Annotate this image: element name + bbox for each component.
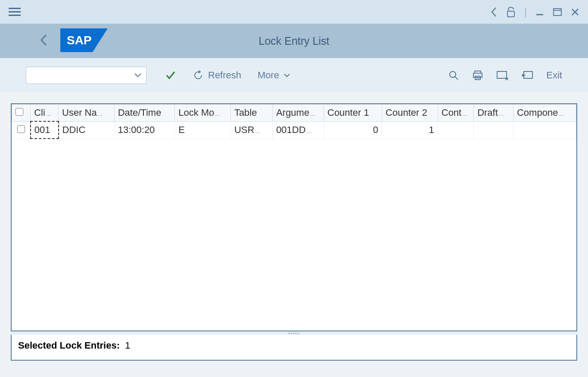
new-window-icon: ★ <box>496 70 508 80</box>
print-button[interactable] <box>472 70 483 81</box>
chevron-down-icon <box>283 73 290 77</box>
app-header: SAP Lock Entry List <box>0 24 588 58</box>
new-window-button[interactable]: ★ <box>496 70 508 80</box>
row-checkbox[interactable] <box>17 125 25 133</box>
column-client[interactable]: Cli... <box>31 105 59 122</box>
column-user-name[interactable]: User Na... <box>59 105 115 122</box>
column-lock-mode[interactable]: Lock Mo... <box>175 105 231 122</box>
row-select-cell[interactable] <box>12 121 31 139</box>
cell-table[interactable]: USR... <box>230 121 272 139</box>
cell-client[interactable]: 001 <box>31 121 59 139</box>
refresh-icon <box>193 70 204 81</box>
column-draft[interactable]: Draft... <box>474 105 513 122</box>
accept-button[interactable] <box>165 70 176 81</box>
cell-cont[interactable] <box>438 121 473 139</box>
column-argument[interactable]: Argume... <box>273 105 324 122</box>
lock-entries-grid: Cli... User Na... Date/Time Lock Mo... T… <box>11 103 577 331</box>
refresh-label: Refresh <box>208 70 241 81</box>
more-label: More <box>258 70 279 81</box>
content-area: Cli... User Na... Date/Time Lock Mo... T… <box>0 93 588 361</box>
nav-back-button[interactable] <box>39 33 48 49</box>
hamburger-menu-icon[interactable] <box>9 8 21 16</box>
status-label: Selected Lock Entries: <box>18 340 120 351</box>
cell-counter2[interactable]: 1 <box>382 121 438 139</box>
cell-component[interactable] <box>513 121 576 139</box>
window-title-bar: | <box>0 0 588 24</box>
table-row[interactable]: 001 DDIC 13:00:20 E USR... 001DD... 0 1 <box>12 121 576 139</box>
command-dropdown[interactable] <box>26 67 146 84</box>
sap-logo: SAP <box>60 28 108 54</box>
cell-user-name[interactable]: DDIC <box>59 121 115 139</box>
table-header-row: Cli... User Na... Date/Time Lock Mo... T… <box>12 105 576 122</box>
exit-button[interactable]: Exit <box>546 70 562 81</box>
more-button[interactable]: More <box>258 70 290 81</box>
column-component[interactable]: Compone... <box>513 105 576 122</box>
cell-counter1[interactable]: 0 <box>324 121 382 139</box>
lock-entries-table: Cli... User Na... Date/Time Lock Mo... T… <box>12 104 576 139</box>
unlock-icon[interactable] <box>506 6 516 18</box>
grid-splitter[interactable]: ••••• <box>11 331 577 335</box>
window-controls: | <box>490 6 579 18</box>
back-icon[interactable] <box>490 6 498 18</box>
svg-rect-0 <box>507 11 514 17</box>
svg-line-9 <box>455 77 458 80</box>
svg-text:★: ★ <box>504 75 508 80</box>
status-text: Selected Lock Entries: 1 <box>18 340 570 351</box>
maximize-icon[interactable] <box>553 7 562 17</box>
column-counter1[interactable]: Counter 1 <box>324 105 382 122</box>
splitter-dots-icon: ••••• <box>288 331 300 336</box>
cell-lock-mode[interactable]: E <box>175 121 231 139</box>
close-icon[interactable] <box>571 8 579 16</box>
refresh-button[interactable]: Refresh <box>193 70 241 81</box>
status-panel: Selected Lock Entries: 1 <box>11 335 577 361</box>
column-counter2[interactable]: Counter 2 <box>382 105 438 122</box>
svg-point-8 <box>450 71 456 77</box>
print-icon <box>472 70 483 81</box>
exit-window-button[interactable] <box>521 70 533 80</box>
column-table[interactable]: Table <box>230 105 272 122</box>
chevron-down-icon <box>134 73 142 78</box>
column-cont[interactable]: Cont... <box>438 105 473 122</box>
minimize-icon[interactable] <box>535 8 544 16</box>
cell-argument[interactable]: 001DD... <box>273 121 324 139</box>
search-button[interactable] <box>448 70 459 81</box>
select-all-header[interactable] <box>12 105 31 122</box>
exit-window-icon <box>521 70 533 80</box>
toolbar-right: ★ Exit <box>448 70 562 81</box>
status-value: 1 <box>125 340 130 351</box>
svg-rect-2 <box>554 9 561 15</box>
separator: | <box>524 6 527 18</box>
cell-draft[interactable] <box>474 121 513 139</box>
search-icon <box>448 70 459 81</box>
select-all-checkbox[interactable] <box>16 108 23 116</box>
toolbar: Refresh More ★ Exit <box>0 58 588 93</box>
column-date-time[interactable]: Date/Time <box>114 105 174 122</box>
svg-text:SAP: SAP <box>67 34 92 47</box>
cell-date-time[interactable]: 13:00:20 <box>114 121 174 139</box>
